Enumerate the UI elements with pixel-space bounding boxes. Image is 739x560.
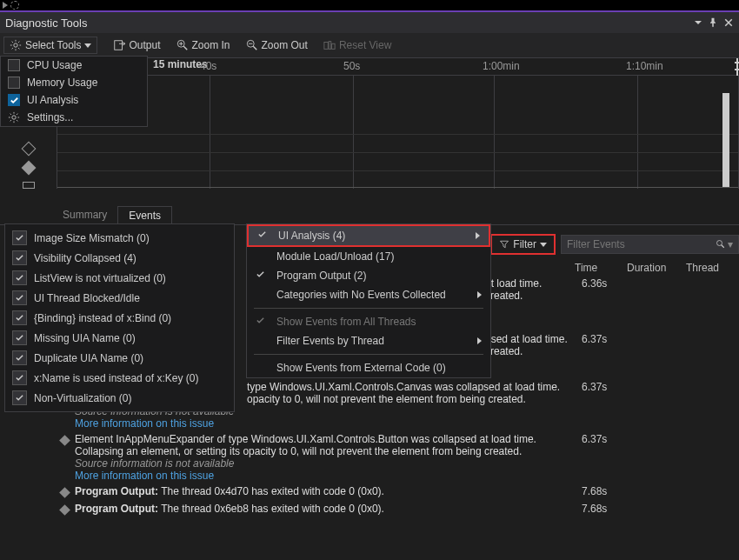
checkbox-checked[interactable] — [12, 390, 27, 405]
tab-events[interactable]: Events — [117, 206, 172, 225]
zoom-in-label: Zoom In — [192, 39, 230, 51]
window-dropdown-icon[interactable] — [694, 18, 702, 27]
checkbox-checked[interactable] — [12, 350, 27, 365]
svg-line-8 — [18, 42, 19, 43]
diamond-icon — [59, 504, 70, 516]
ruler-right-edge — [736, 58, 738, 76]
checklist-item[interactable]: x:Name is used instead of x:Key (0) — [5, 368, 234, 388]
diamond-icon — [21, 161, 36, 176]
col-time[interactable]: Time — [575, 262, 627, 274]
checklist-item[interactable]: Non-Virtualization (0) — [5, 388, 234, 408]
filter-button[interactable]: Filter — [490, 234, 556, 255]
menu-item-ui-analysis[interactable]: UI Analysis — [1, 91, 147, 109]
more-info-link[interactable]: More information on this issue — [75, 417, 582, 430]
filter-item-categories[interactable]: Categories with No Events Collected — [247, 285, 490, 304]
checklist-label: Visibility Collapsed (4) — [34, 252, 136, 264]
filter-item-by-thread[interactable]: Filter Events by Thread — [247, 331, 490, 350]
chevron-down-icon — [84, 43, 91, 48]
checkbox-checked[interactable] — [12, 270, 27, 285]
checklist-label: x:Name is used instead of x:Key (0) — [34, 372, 198, 384]
checkbox-checked[interactable] — [8, 94, 20, 106]
timeline-scrubber[interactable] — [722, 93, 729, 187]
select-tools-menu: CPU Usage Memory Usage UI Analysis Setti… — [0, 56, 148, 127]
checklist-item[interactable]: Duplicate UIA Name (0) — [5, 348, 234, 368]
menu-item-cpu-usage[interactable]: CPU Usage — [1, 57, 147, 74]
more-info-link[interactable]: More information on this issue — [75, 470, 582, 482]
checkbox-checked[interactable] — [12, 230, 27, 245]
zoom-in-button[interactable]: Zoom In — [176, 39, 230, 51]
checklist-item[interactable]: UI Thread Blocked/Idle — [5, 288, 234, 308]
reset-view-button[interactable]: Reset View — [323, 39, 391, 51]
time-tick: 1:00min — [483, 60, 520, 72]
gear-icon[interactable] — [10, 1, 19, 10]
checklist-item[interactable]: {Binding} instead of x:Bind (0) — [5, 308, 234, 328]
checklist-item[interactable]: Visibility Collapsed (4) — [5, 248, 234, 268]
event-text: at load time. — [485, 277, 542, 290]
zoom-out-label: Zoom Out — [262, 39, 308, 51]
time-tick: 1:10min — [626, 60, 663, 72]
menu-item-settings[interactable]: Settings... — [1, 109, 147, 126]
filter-item-external-code[interactable]: Show Events from External Code (0) — [247, 358, 490, 377]
filter-item-module-load[interactable]: Module Load/Unload (17) — [247, 247, 490, 266]
pin-icon[interactable] — [708, 17, 718, 28]
separator — [254, 308, 483, 309]
checkbox-checked[interactable] — [12, 250, 27, 265]
check-icon — [256, 270, 265, 282]
event-row[interactable]: Program Output: The thread 0x6eb8 has ex… — [0, 501, 739, 518]
event-text: Collapsing an element, or setting its op… — [75, 445, 522, 457]
checklist-label: Missing UIA Name (0) — [34, 332, 136, 344]
svg-line-6 — [18, 48, 19, 49]
checkbox[interactable] — [8, 77, 20, 89]
output-button[interactable]: Output — [113, 39, 160, 51]
svg-point-29 — [717, 241, 722, 246]
top-bar — [0, 0, 739, 12]
checklist-label: Duplicate UIA Name (0) — [34, 352, 143, 364]
checklist-item[interactable]: Image Size Mismatch (0) — [5, 228, 234, 248]
event-time: 7.68s — [582, 485, 634, 497]
event-prefix: Program Output: — [75, 503, 158, 515]
checkbox-checked[interactable] — [12, 290, 27, 305]
filter-item-program-output[interactable]: Program Output (2) — [247, 266, 490, 285]
output-icon — [113, 39, 125, 51]
checklist-item[interactable]: ListView is not virtualized (0) — [5, 268, 234, 288]
search-icon[interactable] — [716, 239, 726, 250]
svg-line-27 — [10, 120, 11, 121]
checkbox-checked[interactable] — [12, 330, 27, 345]
diamond-icon — [59, 487, 70, 498]
event-source: Source information is not available — [75, 457, 234, 470]
filter-events-input-wrapper: ▾ — [561, 235, 739, 254]
panel-title: Diagnostic Tools — [5, 17, 689, 30]
filter-events-input[interactable] — [567, 238, 716, 250]
col-duration[interactable]: Duration — [627, 262, 686, 274]
checkbox-checked[interactable] — [12, 310, 27, 325]
checklist-label: Non-Virtualization (0) — [34, 392, 132, 404]
event-row[interactable]: Program Output: The thread 0x4d70 has ex… — [0, 483, 739, 501]
svg-line-26 — [17, 120, 17, 121]
filter-item-label: Filter Events by Thread — [276, 335, 384, 347]
check-icon — [15, 393, 24, 403]
separator — [254, 354, 483, 355]
checkbox-checked[interactable] — [12, 370, 27, 385]
check-icon — [10, 96, 19, 105]
svg-point-20 — [12, 116, 16, 119]
menu-item-memory-usage[interactable]: Memory Usage — [1, 74, 147, 91]
svg-rect-18 — [329, 42, 331, 50]
zoom-out-button[interactable]: Zoom Out — [246, 39, 308, 51]
filter-dropdown-menu: UI Analysis (4) Module Load/Unload (17) … — [246, 223, 491, 378]
gear-icon — [8, 111, 20, 123]
tab-summary[interactable]: Summary — [52, 206, 117, 224]
event-text: The thread 0x6eb8 has exited with code 0… — [161, 503, 384, 515]
svg-line-5 — [12, 42, 13, 43]
expand-caret-icon[interactable] — [3, 2, 8, 9]
checkbox[interactable] — [8, 59, 20, 71]
checklist-item[interactable]: Missing UIA Name (0) — [5, 328, 234, 348]
timeline-chart[interactable] — [57, 76, 739, 189]
filter-item-label: Categories with No Events Collected — [276, 289, 446, 301]
filter-item-ui-analysis[interactable]: UI Analysis (4) — [247, 224, 490, 247]
select-tools-button[interactable]: Select Tools — [3, 37, 97, 54]
col-thread[interactable]: Thread — [686, 262, 734, 274]
toolbar: Select Tools Output Zoom In Zoom Out Res… — [0, 33, 739, 58]
check-icon — [15, 273, 24, 283]
close-icon[interactable] — [723, 17, 734, 28]
event-row[interactable]: Element InAppMenuExpander of type Window… — [0, 431, 739, 483]
